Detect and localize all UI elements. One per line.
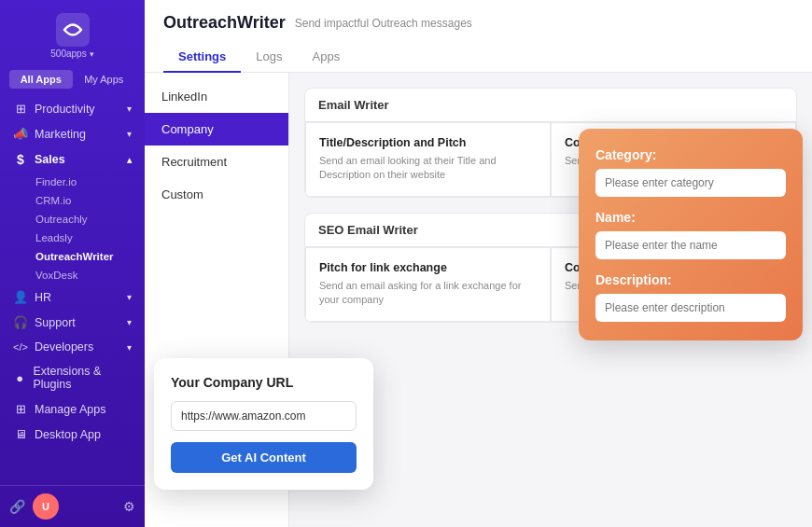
- sidebar-item-finder[interactable]: Finder.io: [28, 173, 139, 191]
- panel-item-linkedin[interactable]: LinkedIn: [145, 80, 288, 113]
- desktop-icon: 🖥: [13, 427, 28, 441]
- popup-company-url: Your Company URL Get AI Content: [154, 358, 373, 490]
- sidebar-item-developers[interactable]: </> Developers ▾: [6, 335, 139, 359]
- sidebar-item-manage-apps[interactable]: ⊞ Manage Apps: [6, 396, 139, 422]
- developers-label: Developers: [35, 340, 93, 354]
- svg-rect-0: [56, 13, 90, 47]
- company-url-input[interactable]: [171, 401, 357, 431]
- bottom-link-icon: 🔗: [9, 499, 25, 514]
- tab-logs[interactable]: Logs: [241, 42, 297, 73]
- tab-all-apps[interactable]: All Apps: [9, 70, 73, 89]
- name-input[interactable]: [595, 231, 786, 259]
- category-input[interactable]: [595, 169, 786, 197]
- sidebar-nav: ⊞ Productivity ▾ 📣 Marketing ▾ $ Sales ▴…: [0, 96, 145, 485]
- panel-item-custom[interactable]: Custom: [145, 178, 288, 211]
- sidebar-item-extensions[interactable]: ● Extensions & Plugins: [6, 359, 139, 396]
- get-ai-content-button[interactable]: Get AI Content: [171, 442, 357, 473]
- hr-label: HR: [35, 291, 51, 304]
- user-avatar[interactable]: U: [33, 493, 59, 520]
- settings-icon[interactable]: ⚙: [123, 499, 135, 514]
- sidebar-item-desktop-app[interactable]: 🖥 Desktop App: [6, 422, 139, 447]
- developers-icon: </>: [13, 341, 28, 353]
- desktop-label: Desktop App: [35, 428, 101, 441]
- marketing-icon: 📣: [13, 127, 28, 141]
- sidebar-item-sales[interactable]: $ Sales ▴: [6, 146, 139, 173]
- sidebar-item-outreachwriter[interactable]: OutreachWriter: [28, 247, 139, 266]
- description-label: Description:: [595, 272, 786, 287]
- sidebar-item-hr[interactable]: 👤 HR ▾: [6, 284, 139, 310]
- sidebar-item-productivity[interactable]: ⊞ Productivity ▾: [6, 96, 139, 121]
- support-icon: 🎧: [13, 315, 28, 329]
- logo-apps-count: 500apps ▾: [50, 49, 93, 59]
- card-desc-text: Send an email looking at their Title and…: [319, 154, 537, 183]
- tab-apps[interactable]: Apps: [298, 42, 356, 73]
- sales-icon: $: [13, 152, 28, 167]
- chevron-icon: ▾: [127, 292, 132, 302]
- main-tabs: Settings Logs Apps: [163, 42, 793, 72]
- app-subtitle: Send impactful Outreach messages: [295, 17, 472, 30]
- sidebar: 500apps ▾ All Apps My Apps ⊞ Productivit…: [0, 0, 145, 527]
- sidebar-item-marketing[interactable]: 📣 Marketing ▾: [6, 121, 139, 146]
- sidebar-logo: 500apps ▾: [0, 0, 145, 66]
- sidebar-tabs: All Apps My Apps: [9, 70, 135, 89]
- app-title-row: OutreachWriter Send impactful Outreach m…: [163, 13, 793, 33]
- chevron-icon: ▾: [127, 342, 132, 353]
- content-area: LinkedIn Company Recruitment Custom Emai…: [145, 73, 812, 527]
- logo-icon: [56, 13, 90, 47]
- sales-subnav: Finder.io CRM.io Outreachly Leadsly Outr…: [6, 173, 139, 284]
- manage-apps-icon: ⊞: [13, 402, 28, 416]
- marketing-label: Marketing: [35, 128, 86, 141]
- main-header: OutreachWriter Send impactful Outreach m…: [145, 0, 812, 73]
- card-link-exchange[interactable]: Pitch for link exchange Send an email as…: [305, 247, 551, 322]
- sales-label: Sales: [35, 153, 65, 166]
- support-label: Support: [35, 316, 76, 329]
- panel-item-recruitment[interactable]: Recruitment: [145, 146, 288, 178]
- sidebar-bottom: 🔗 U ⚙: [0, 485, 145, 527]
- extensions-label: Extensions & Plugins: [33, 365, 132, 391]
- chevron-icon: ▾: [127, 129, 132, 139]
- email-writer-header: Email Writer: [304, 88, 797, 122]
- card-link-title-text: Pitch for link exchange: [319, 261, 537, 274]
- tab-my-apps[interactable]: My Apps: [73, 70, 136, 89]
- sidebar-item-outreachly[interactable]: Outreachly: [28, 210, 139, 229]
- name-label: Name:: [595, 210, 786, 225]
- app-title: OutreachWriter: [163, 13, 286, 33]
- main-content: OutreachWriter Send impactful Outreach m…: [145, 0, 812, 527]
- popup-company-title: Your Company URL: [171, 375, 357, 390]
- bottom-icons: ⚙: [123, 499, 135, 514]
- sidebar-item-voxdesk[interactable]: VoxDesk: [28, 266, 139, 284]
- chevron-icon: ▾: [127, 317, 132, 327]
- chevron-up-icon: ▴: [127, 155, 132, 165]
- hr-icon: 👤: [13, 290, 28, 304]
- chevron-icon: ▾: [127, 104, 132, 114]
- sidebar-item-crm[interactable]: CRM.io: [28, 191, 139, 210]
- card-title-text: Title/Description and Pitch: [319, 136, 537, 149]
- sidebar-item-support[interactable]: 🎧 Support ▾: [6, 310, 139, 335]
- manage-apps-label: Manage Apps: [35, 403, 105, 416]
- productivity-icon: ⊞: [13, 102, 28, 116]
- card-link-desc-text: Send an email asking for a link exchange…: [319, 279, 537, 308]
- description-input[interactable]: [595, 294, 786, 322]
- tab-settings[interactable]: Settings: [163, 42, 241, 73]
- panel-item-company[interactable]: Company: [145, 113, 288, 146]
- popup-category-form: Category: Name: Description:: [579, 129, 803, 340]
- card-title-pitch[interactable]: Title/Description and Pitch Send an emai…: [305, 122, 551, 197]
- productivity-label: Productivity: [35, 103, 95, 116]
- extensions-icon: ●: [13, 371, 26, 385]
- sidebar-item-leadsly[interactable]: Leadsly: [28, 229, 139, 247]
- category-label: Category:: [595, 147, 786, 162]
